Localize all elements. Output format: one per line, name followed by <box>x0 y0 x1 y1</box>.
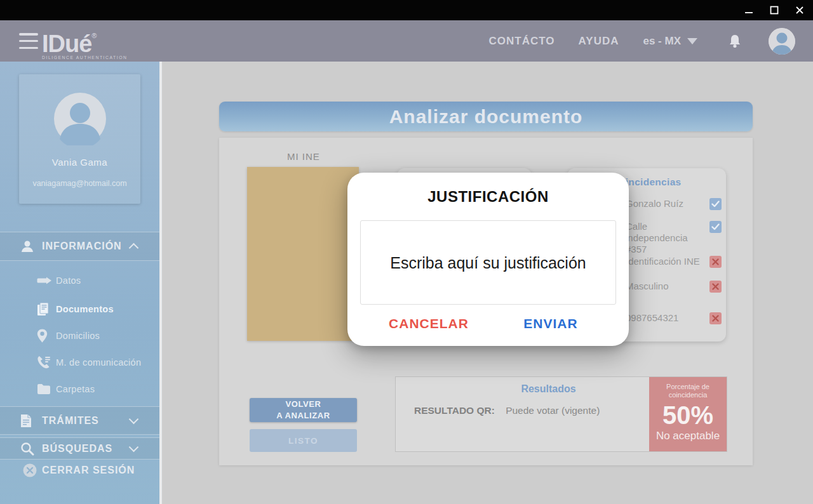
qr-result-label: RESULTADO QR: <box>414 405 495 416</box>
results-title: Resultados <box>447 383 650 395</box>
reanalyze-label-line1: VOLVER <box>285 399 321 409</box>
sidebar-section-busquedas[interactable]: BÚSQUEDAS <box>0 437 159 460</box>
sidebar-item-label: Carpetas <box>56 384 95 394</box>
registered-mark: ® <box>91 32 96 39</box>
nav-contact[interactable]: CONTÁCTO <box>489 35 555 48</box>
modal-title: JUSTIFICACIÓN <box>347 188 629 206</box>
profile-card: Vania Gama vaniagamag@hotmail.com <box>19 74 140 204</box>
maximize-button[interactable] <box>766 2 783 18</box>
language-label: es - MX <box>643 35 681 48</box>
match-checkbox-crossed[interactable] <box>709 256 722 268</box>
coincidencia-label: Masculino <box>626 281 708 292</box>
window-titlebar <box>0 0 813 20</box>
coincidencia-label: Calle independencia #357 <box>626 221 708 255</box>
logout-button[interactable]: CERRAR SESIÓN <box>0 461 159 479</box>
close-icon <box>795 6 804 15</box>
results-panel: Resultados RESULTADO QR: Puede votar (vi… <box>395 376 727 452</box>
minimize-icon <box>744 6 753 15</box>
tag-arrow-icon <box>37 277 52 284</box>
sidebar-section-label: INFORMACIÓN <box>42 241 122 252</box>
brand-name: IDué <box>42 30 91 57</box>
minimize-button[interactable] <box>741 2 757 18</box>
map-pin-icon <box>37 329 48 343</box>
documents-icon <box>37 302 50 316</box>
document-label: MI INE <box>287 151 320 162</box>
qr-result-value: Puede votar (vigente) <box>506 405 600 416</box>
notifications-button[interactable] <box>728 34 742 49</box>
sidebar-section-label: TRÁMITES <box>42 415 99 427</box>
match-checkbox-checked[interactable] <box>709 198 722 210</box>
sidebar-section-informacion[interactable]: INFORMACIÓN <box>0 232 159 261</box>
percentage-status: No aceptable <box>656 430 720 442</box>
match-checkbox-checked[interactable] <box>709 221 722 233</box>
sidebar-item-comunicacion[interactable]: M. de comunicación <box>0 354 159 371</box>
document-preview[interactable] <box>247 167 359 341</box>
sidebar-item-label: Documentos <box>56 304 114 314</box>
app-window: IDué® DILIGENCE AUTHENTICATION CONTÁCTO … <box>0 0 813 504</box>
coincidencia-label: Identificación INE <box>626 256 708 267</box>
user-avatar[interactable] <box>769 28 795 55</box>
logout-label: CERRAR SESIÓN <box>42 465 135 476</box>
chevron-down-icon <box>687 38 697 44</box>
qr-result-line: RESULTADO QR: Puede votar (vigente) <box>414 405 600 416</box>
justification-textarea[interactable] <box>360 220 616 305</box>
profile-name: Vania Gama <box>19 157 140 168</box>
sidebar-item-label: M. de comunicación <box>56 357 141 368</box>
avatar-icon <box>769 28 795 55</box>
coincidencia-label: Gonzalo Ruíz <box>626 198 708 209</box>
app-header: IDué® DILIGENCE AUTHENTICATION CONTÁCTO … <box>0 20 813 62</box>
folder-icon <box>37 383 51 395</box>
chevron-down-icon <box>129 442 139 453</box>
sidebar-section-label: BÚSQUEDAS <box>42 443 112 454</box>
menu-icon[interactable] <box>19 33 38 49</box>
match-checkbox-crossed[interactable] <box>709 312 722 324</box>
percentage-caption: Porcentaje de coincidencia <box>659 383 716 399</box>
page-title: Analizar documento <box>389 106 583 128</box>
profile-email: vaniagamag@hotmail.com <box>19 179 140 188</box>
justification-modal: JUSTIFICACIÓN CANCELAR ENVIAR <box>347 173 629 346</box>
percentage-value: 50% <box>662 402 713 428</box>
reanalyze-label-line2: A ANALIZAR <box>276 411 330 420</box>
file-icon <box>20 414 32 428</box>
sidebar-item-carpetas[interactable]: Carpetas <box>0 381 159 397</box>
brand-logo: IDué® DILIGENCE AUTHENTICATION <box>42 22 128 60</box>
sidebar: Vania Gama vaniagamag@hotmail.com INFORM… <box>0 62 159 504</box>
chevron-down-icon <box>129 414 139 425</box>
brand-subtitle: DILIGENCE AUTHENTICATION <box>42 55 128 60</box>
sidebar-item-domicilios[interactable]: Domicilios <box>0 328 159 344</box>
maximize-icon <box>770 6 779 15</box>
person-icon <box>20 239 34 253</box>
done-button[interactable]: LISTO <box>250 429 357 452</box>
sidebar-item-label: Datos <box>56 275 81 286</box>
search-icon <box>20 442 34 456</box>
coincidencia-label: 0987654321 <box>626 312 708 324</box>
profile-avatar-icon <box>53 92 107 145</box>
close-circle-icon <box>23 463 37 477</box>
nav-help[interactable]: AYUDA <box>579 35 619 48</box>
send-button[interactable]: ENVIAR <box>506 316 595 331</box>
match-checkbox-crossed[interactable] <box>709 281 722 293</box>
phone-icon <box>37 355 51 369</box>
cancel-button[interactable]: CANCELAR <box>384 316 473 331</box>
sidebar-section-tramites[interactable]: TRÁMITES <box>0 406 159 435</box>
match-percentage-badge: Porcentaje de coincidencia 50% No acepta… <box>649 377 727 451</box>
sidebar-item-label: Domicilios <box>56 331 100 341</box>
bell-icon <box>728 34 742 49</box>
language-selector[interactable]: es - MX <box>643 35 697 48</box>
reanalyze-button[interactable]: VOLVER A ANALIZAR <box>250 398 357 422</box>
sidebar-item-documentos[interactable]: Documentos <box>0 301 159 317</box>
page-title-banner: Analizar documento <box>219 102 753 131</box>
sidebar-item-datos[interactable]: Datos <box>0 272 159 289</box>
close-button[interactable] <box>791 2 808 18</box>
chevron-up-icon <box>129 242 139 253</box>
